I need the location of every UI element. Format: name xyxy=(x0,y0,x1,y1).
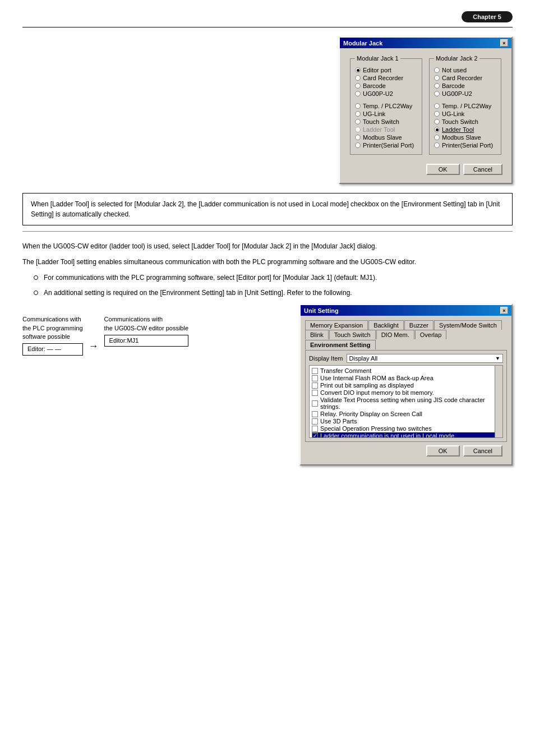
jack2-radio-5[interactable] xyxy=(434,111,440,117)
jack2-option-9[interactable]: Printer(Serial Port) xyxy=(434,142,496,149)
unit-setting-titlebar: Unit Setting × xyxy=(301,305,511,316)
checkbox-4[interactable]: Validate Text Process setting when using… xyxy=(312,397,500,410)
editor-right-box: Editor:MJ1 xyxy=(104,335,188,347)
tab-buzzer[interactable]: Buzzer xyxy=(404,320,433,330)
jack1-option-label-2: Barcode xyxy=(363,82,386,89)
checkbox-6[interactable]: Use 3D Parts xyxy=(312,418,500,425)
modular-jack-titlebar: Modular Jack × xyxy=(340,38,511,48)
checkbox-box-0[interactable] xyxy=(312,368,318,374)
jack1-radio-2[interactable] xyxy=(355,83,361,89)
checkbox-label-8: Ladder communication is not used in Loca… xyxy=(320,432,456,438)
checkbox-7[interactable]: Special Operation Pressing two switches xyxy=(312,425,500,432)
modular-jack-cancel-button[interactable]: Cancel xyxy=(463,164,502,175)
jack2-radio-0[interactable] xyxy=(434,67,440,73)
jack1-option-9[interactable]: Printer(Serial Port) xyxy=(355,142,417,149)
jack1-option-label-3: UG00P-U2 xyxy=(363,90,393,97)
tab-dio-mem[interactable]: DIO Mem. xyxy=(376,330,414,339)
checkbox-label-5: Relay. Priority Display on Screen Call xyxy=(320,411,422,417)
jack2-option-2[interactable]: Barcode xyxy=(434,82,496,89)
tab-content: Display Item Display All ▼ Tr xyxy=(305,350,507,442)
jack2-option-8[interactable]: Modbus Slave xyxy=(434,134,496,141)
jack2-radio-9[interactable] xyxy=(434,142,440,148)
checkbox-label-3: Convert DIO input memory to bit memory. xyxy=(320,389,434,396)
jack2-option-1[interactable]: Card Recorder xyxy=(434,75,496,81)
checkbox-1[interactable]: Use Internal Flash ROM as Back-up Area xyxy=(312,375,500,381)
unit-setting-ok-button[interactable]: OK xyxy=(426,445,460,457)
checkbox-box-8[interactable]: ✓ xyxy=(312,433,318,439)
jack1-radio-0[interactable] xyxy=(355,67,361,73)
right-label-1: Communications with xyxy=(104,315,188,324)
right-label-2: the UG00S-CW editor possible xyxy=(104,324,188,333)
display-item-row: Display Item Display All ▼ xyxy=(309,354,503,363)
jack1-option-1[interactable]: Card Recorder xyxy=(355,75,417,81)
bullet-circle-2 xyxy=(34,291,38,295)
jack1-option-label-9: Printer(Serial Port) xyxy=(363,142,414,149)
jack2-radio-1[interactable] xyxy=(434,75,440,81)
middle-divider xyxy=(22,231,513,232)
modular-jack-ok-button[interactable]: OK xyxy=(426,164,460,175)
unit-setting-titlebar-buttons: × xyxy=(500,307,508,314)
jack2-option-7[interactable]: Ladder Tool xyxy=(434,126,496,133)
jack-columns: Modular Jack 1 Editor port Card Recorder xyxy=(344,53,507,160)
jack2-option-0[interactable]: Not used xyxy=(434,67,496,73)
jack2-radio-8[interactable] xyxy=(434,135,440,140)
tab-system-mode[interactable]: System/Mode Switch xyxy=(434,320,502,330)
checkbox-box-6[interactable] xyxy=(312,418,318,425)
checkbox-box-7[interactable] xyxy=(312,426,318,432)
jack2-label: Modular Jack 2 xyxy=(434,55,479,62)
tab-blink[interactable]: Blink xyxy=(305,330,329,339)
jack1-radio-8[interactable] xyxy=(355,135,361,140)
scrollbar-track[interactable] xyxy=(495,366,502,437)
checkbox-5[interactable]: Relay. Priority Display on Screen Call xyxy=(312,411,500,417)
jack2-option-label-0: Not used xyxy=(442,67,467,73)
jack2-radio-4[interactable] xyxy=(434,103,440,109)
checkbox-8[interactable]: ✓ Ladder communication is not used in Lo… xyxy=(312,432,500,438)
close-button[interactable]: × xyxy=(500,39,508,47)
jack1-option-3[interactable]: UG00P-U2 xyxy=(355,90,417,97)
jack1-radio-4[interactable] xyxy=(355,103,361,109)
tab-overlap[interactable]: Overlap xyxy=(415,330,447,339)
jack1-label: Modular Jack 1 xyxy=(355,55,400,62)
editor-left-group: Communications with the PLC programming … xyxy=(22,315,83,356)
checkbox-box-2[interactable] xyxy=(312,382,318,389)
jack1-option-5[interactable]: UG-Link xyxy=(355,110,417,117)
jack1-option-2[interactable]: Barcode xyxy=(355,82,417,89)
display-dropdown[interactable]: Display All ▼ xyxy=(347,354,503,363)
jack1-radio-5[interactable] xyxy=(355,111,361,117)
jack2-radio-3[interactable] xyxy=(434,91,440,96)
tab-touch-switch[interactable]: Touch Switch xyxy=(329,330,376,339)
tab-environment-setting[interactable]: Environment Setting xyxy=(305,340,376,350)
jack2-option-6[interactable]: Touch Switch xyxy=(434,118,496,125)
jack2-radio-2[interactable] xyxy=(434,83,440,89)
checkbox-label-7: Special Operation Pressing two switches xyxy=(320,425,432,432)
jack1-option-8[interactable]: Modbus Slave xyxy=(355,134,417,141)
jack1-radio-6[interactable] xyxy=(355,119,361,125)
unit-setting-dialog: Unit Setting × Memory Expansion Backligh… xyxy=(299,304,513,465)
checkbox-3[interactable]: Convert DIO input memory to bit memory. xyxy=(312,389,500,396)
jack1-option-7: Ladder Tool xyxy=(355,126,417,133)
tab-backlight[interactable]: Backlight xyxy=(368,320,404,330)
checkbox-2[interactable]: Print out bit sampling as displayed xyxy=(312,382,500,389)
unit-setting-close-btn[interactable]: × xyxy=(500,307,508,314)
jack1-option-4[interactable]: Temp. / PLC2Way xyxy=(355,103,417,109)
checkbox-scroll-area[interactable]: Transfer Comment Use Internal Flash ROM … xyxy=(309,365,503,438)
jack2-option-3[interactable]: UG00P-U2 xyxy=(434,90,496,97)
jack1-option-0[interactable]: Editor port xyxy=(355,67,417,73)
unit-setting-buttons: OK Cancel xyxy=(305,442,507,460)
jack2-option-5[interactable]: UG-Link xyxy=(434,110,496,117)
checkbox-box-3[interactable] xyxy=(312,390,318,396)
jack1-group: Modular Jack 1 Editor port Card Recorder xyxy=(350,58,422,155)
jack1-radio-1[interactable] xyxy=(355,75,361,81)
jack2-radio-6[interactable] xyxy=(434,119,440,125)
jack1-radio-9[interactable] xyxy=(355,142,361,148)
checkbox-0[interactable]: Transfer Comment xyxy=(312,367,500,374)
jack1-radio-3[interactable] xyxy=(355,91,361,96)
checkbox-box-1[interactable] xyxy=(312,375,318,381)
tab-memory-expansion[interactable]: Memory Expansion xyxy=(305,320,368,330)
unit-setting-cancel-button[interactable]: Cancel xyxy=(463,445,502,457)
jack2-option-4[interactable]: Temp. / PLC2Way xyxy=(434,103,496,109)
jack2-radio-7[interactable] xyxy=(434,127,440,132)
checkbox-box-5[interactable] xyxy=(312,411,318,417)
checkbox-box-4[interactable] xyxy=(312,400,318,407)
jack1-option-6[interactable]: Touch Switch xyxy=(355,118,417,125)
